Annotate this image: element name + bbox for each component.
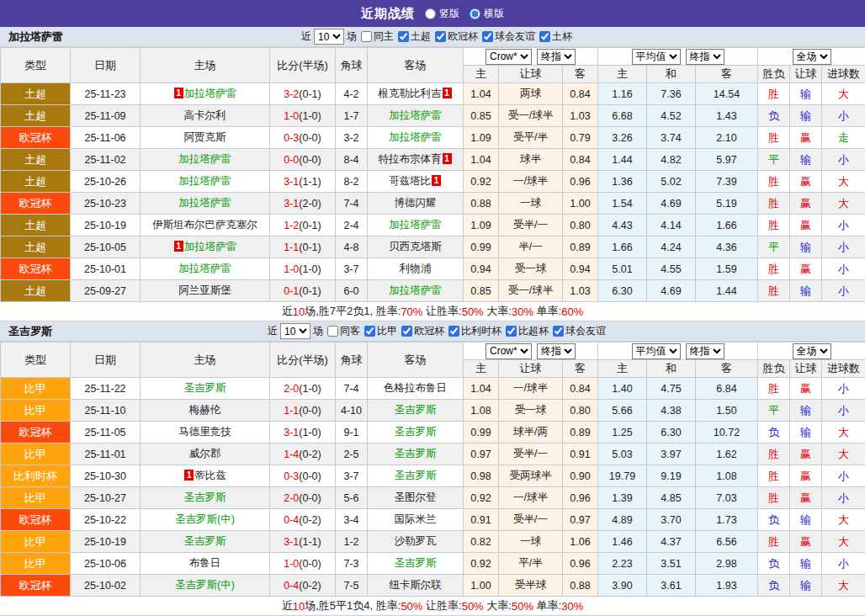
league-filter[interactable]: 欧冠杯 <box>397 324 444 338</box>
avg-draw: 3.74 <box>647 127 696 149</box>
league-filter[interactable]: 比超杯 <box>501 324 549 338</box>
recent-count-select[interactable]: 10 <box>314 29 344 45</box>
home-team-link[interactable]: 圣吉罗斯 <box>184 491 226 503</box>
away-team-cell: 哥兹塔比1 <box>368 171 464 193</box>
result-goals: 小 <box>822 149 865 171</box>
result-scope-select[interactable]: 全场 <box>793 49 831 65</box>
away-team-link[interactable]: 加拉塔萨雷 <box>389 131 442 143</box>
away-team-link[interactable]: 特拉布宗体育 <box>379 153 442 165</box>
away-team-link[interactable]: 圣吉罗斯 <box>395 404 437 416</box>
away-team-link[interactable]: 圣吉罗斯 <box>395 470 437 481</box>
away-team-link[interactable]: 博德闪耀 <box>395 197 437 209</box>
league-checkbox[interactable] <box>398 31 409 42</box>
league-filter[interactable]: 球会友谊 <box>549 324 606 338</box>
league-checkbox[interactable] <box>482 31 493 42</box>
away-team-link[interactable]: 加拉塔萨雷 <box>389 219 442 231</box>
layout-option-vertical[interactable]: 竖版 <box>425 7 459 21</box>
away-team-link[interactable]: 圣吉罗斯 <box>395 426 437 438</box>
header-select-group: 全场 <box>758 48 865 66</box>
avg-source-select[interactable]: 平均值 <box>632 343 681 359</box>
home-team-link[interactable]: 伊斯坦布尔巴萨克塞尔 <box>152 219 257 231</box>
same-venue-checkbox[interactable] <box>361 31 372 42</box>
league-checkbox[interactable] <box>506 326 517 337</box>
avg-stage-select[interactable]: 终指 <box>686 343 724 359</box>
avg-home: 1.39 <box>598 487 647 509</box>
odds-home: 0.91 <box>464 509 499 531</box>
away-team-link[interactable]: 加拉塔萨雷 <box>389 109 442 121</box>
column-header: 主场 <box>141 48 270 83</box>
avg-stage-select[interactable]: 终指 <box>686 49 724 65</box>
odds-source-select[interactable]: Crow* <box>486 343 532 359</box>
league-checkbox[interactable] <box>539 31 550 42</box>
league-filter[interactable]: 比利时杯 <box>444 324 501 338</box>
away-team-link[interactable]: 国际米兰 <box>395 513 437 525</box>
league-filter[interactable]: 欧冠杯 <box>431 29 478 44</box>
league-filter[interactable]: 土杯 <box>535 29 572 44</box>
home-team-link[interactable]: 加拉塔萨雷 <box>178 175 231 187</box>
layout-option-horizontal[interactable]: 横版 <box>470 7 504 21</box>
recent-count-select[interactable]: 10 <box>280 323 310 339</box>
home-team-link[interactable]: 马德里竞技 <box>178 426 231 438</box>
away-team-link[interactable]: 色格拉布鲁日 <box>384 382 447 394</box>
league-checkbox[interactable] <box>448 326 459 337</box>
home-team-link[interactable]: 圣吉罗斯(中) <box>175 513 235 525</box>
odds-away: 0.96 <box>563 171 598 193</box>
avg-source-select[interactable]: 平均值 <box>632 49 681 65</box>
odds-source-select[interactable]: Crow* <box>486 49 532 65</box>
same-venue-checkbox[interactable] <box>327 326 338 337</box>
league-filter[interactable]: 土超 <box>394 29 431 44</box>
away-team-link[interactable]: 利物浦 <box>400 263 432 274</box>
home-team-link[interactable]: 加拉塔萨雷 <box>184 241 237 252</box>
home-team-link[interactable]: 圣吉罗斯 <box>184 535 226 547</box>
avg-draw: 4.69 <box>647 280 696 302</box>
home-team-link[interactable]: 威尔郡 <box>189 448 221 459</box>
home-team-link[interactable]: 布鲁日 <box>189 557 221 569</box>
home-team-link[interactable]: 圣吉罗斯 <box>184 382 226 394</box>
home-team-link[interactable]: 蒂比兹 <box>194 470 226 481</box>
odds-home: 0.94 <box>464 258 499 280</box>
away-team-link[interactable]: 圣图尔登 <box>395 491 437 503</box>
home-team-link[interactable]: 阿兰亚斯堡 <box>178 284 231 296</box>
away-team-link[interactable]: 加拉塔萨雷 <box>389 284 442 296</box>
away-team-link[interactable]: 沙勒罗瓦 <box>395 535 437 547</box>
league-checkbox[interactable] <box>364 326 375 337</box>
home-team-link[interactable]: 梅赫伦 <box>189 404 221 416</box>
horizontal-layout-label: 横版 <box>484 7 504 21</box>
away-team-link[interactable]: 纽卡斯尔联 <box>389 579 442 591</box>
home-team-link[interactable]: 加拉塔萨雷 <box>178 153 231 165</box>
odds-handicap: 受半球 <box>499 575 563 597</box>
home-team-link[interactable]: 阿贾克斯 <box>184 131 226 143</box>
odds-stage-select[interactable]: 终指 <box>537 343 576 359</box>
home-team-link[interactable]: 高卡尔利 <box>184 109 226 121</box>
odds-stage-select[interactable]: 终指 <box>537 49 576 65</box>
away-team-link[interactable]: 贝西克塔斯 <box>389 241 442 252</box>
league-filter[interactable]: 比甲 <box>360 324 397 338</box>
halftime-score: (0-2) <box>299 514 321 526</box>
odds-home: 0.85 <box>464 280 499 302</box>
league-checkbox[interactable] <box>553 326 564 337</box>
match-type-badge: 土超 <box>1 215 71 236</box>
league-checkbox[interactable] <box>435 31 446 42</box>
result-scope-select[interactable]: 全场 <box>793 343 831 359</box>
home-team-link[interactable]: 加拉塔萨雷 <box>184 88 237 99</box>
horizontal-layout-radio[interactable] <box>470 8 480 19</box>
league-checkbox[interactable] <box>401 326 412 337</box>
away-team-link[interactable]: 圣吉罗斯 <box>395 557 437 569</box>
same-venue-filter[interactable]: 同客 <box>323 324 360 338</box>
matches-table: 类型日期主场比分(半场)角球客场Crow*终指平均值终指全场主让球客主和客胜负让… <box>0 342 865 597</box>
away-team-link[interactable]: 根克勒比利吉 <box>379 88 442 99</box>
section-header-bar: 加拉塔萨雷近10场同主土超欧冠杯球会友谊土杯 <box>0 27 865 47</box>
league-filter[interactable]: 球会友谊 <box>478 29 535 44</box>
fulltime-score: 0-0 <box>284 154 299 166</box>
home-team-link[interactable]: 加拉塔萨雷 <box>178 197 231 209</box>
home-team-cell: 加拉塔萨雷 <box>141 193 270 215</box>
away-team-link[interactable]: 圣吉罗斯 <box>395 448 437 459</box>
avg-home: 3.26 <box>598 127 647 149</box>
summary-label: 近 <box>282 598 293 613</box>
away-team-link[interactable]: 哥兹塔比 <box>389 175 431 187</box>
summary-label: 大率: <box>484 598 512 613</box>
same-venue-filter[interactable]: 同主 <box>357 29 394 44</box>
home-team-link[interactable]: 加拉塔萨雷 <box>178 263 231 274</box>
vertical-layout-radio[interactable] <box>425 8 436 19</box>
home-team-link[interactable]: 圣吉罗斯(中) <box>175 579 235 591</box>
